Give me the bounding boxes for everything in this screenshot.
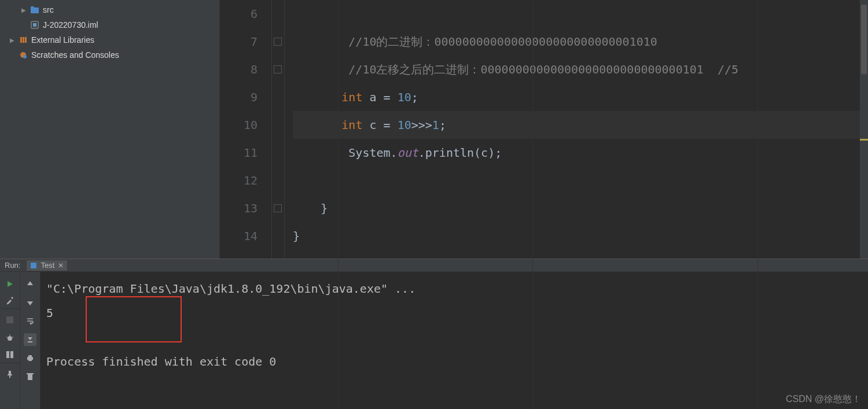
editor-scrollbar[interactable] — [860, 0, 868, 259]
line-number: 13 — [220, 194, 258, 222]
tree-node-src[interactable]: ▶ src — [0, 2, 219, 17]
line-number: 12 — [220, 167, 258, 194]
run-config-tab[interactable]: Test ✕ — [26, 260, 68, 271]
line-number: 11 — [220, 139, 258, 167]
close-icon[interactable]: ✕ — [58, 261, 64, 270]
watermark: CSDN @徐憨憨！ — [786, 393, 861, 406]
line-number: 9 — [220, 83, 258, 111]
code-line[interactable]: int a = 10; — [293, 83, 868, 111]
library-icon — [19, 35, 28, 45]
line-number: 14 — [220, 222, 258, 250]
tree-node-iml[interactable]: J-20220730.iml — [0, 17, 219, 32]
rerun-button[interactable] — [3, 278, 16, 290]
console-output-line: 5 — [46, 301, 862, 325]
layout-button[interactable] — [0, 351, 20, 363]
code-line[interactable] — [293, 0, 868, 28]
print-button[interactable] — [24, 352, 36, 364]
svg-line-15 — [12, 337, 13, 338]
console-exit-line: Process finished with exit code 0 — [46, 349, 862, 374]
svg-marker-18 — [27, 281, 33, 285]
code-editor[interactable]: 67891011121314 //10的二进制：0000000000000000… — [220, 0, 868, 259]
run-tab-label: Test — [41, 261, 54, 270]
console-blank-line — [46, 325, 862, 349]
run-tool-window: Run: Test ✕ — [0, 259, 868, 409]
svg-point-12 — [8, 336, 12, 341]
soft-wrap-button[interactable] — [24, 315, 36, 327]
scratches-icon — [19, 50, 28, 60]
line-number: 6 — [220, 0, 258, 28]
editor-code-area[interactable]: //10的二进制：0000000000000000000000000000101… — [285, 0, 868, 259]
down-arrow-button[interactable] — [24, 296, 36, 309]
code-line[interactable]: //10的二进制：0000000000000000000000000000101… — [293, 28, 868, 56]
svg-rect-17 — [10, 351, 13, 358]
run-left-toolbar — [0, 272, 20, 409]
svg-rect-4 — [20, 37, 22, 43]
editor-fold-column — [272, 0, 285, 259]
wrench-button[interactable] — [0, 296, 20, 309]
chevron-right-icon: ▶ — [9, 37, 15, 43]
tree-node-external-libraries[interactable]: ▶ External Libraries — [0, 32, 219, 47]
code-line[interactable]: int c = 10>>>1; — [293, 111, 868, 139]
chevron-right-icon: ▶ — [21, 7, 27, 13]
svg-rect-9 — [31, 263, 36, 268]
svg-rect-3 — [33, 23, 36, 27]
scrollbar-thumb[interactable] — [861, 5, 867, 74]
module-file-icon — [30, 20, 39, 30]
svg-marker-19 — [27, 301, 33, 305]
run-config-icon — [30, 262, 37, 269]
svg-rect-1 — [31, 6, 34, 9]
svg-marker-10 — [8, 281, 13, 287]
fold-toggle-icon[interactable] — [274, 38, 282, 46]
run-panel-label: Run: — [5, 261, 20, 270]
tree-label: J-20220730.iml — [43, 20, 98, 30]
svg-rect-6 — [25, 37, 27, 43]
line-number: 10 — [220, 111, 258, 139]
up-arrow-button[interactable] — [24, 278, 36, 290]
tree-node-scratches[interactable]: Scratches and Consoles — [0, 47, 219, 62]
editor-gutter: 67891011121314 — [220, 0, 272, 259]
svg-rect-16 — [6, 351, 9, 358]
warning-stripe — [860, 139, 868, 141]
svg-rect-11 — [6, 316, 13, 323]
run-console-toolbar — [20, 272, 41, 409]
code-line[interactable]: } — [293, 194, 868, 222]
console-command-line: "C:\Program Files\Java\jdk1.8.0_192\bin\… — [46, 277, 862, 301]
fold-toggle-icon[interactable] — [274, 204, 282, 212]
svg-point-8 — [23, 55, 27, 58]
svg-rect-5 — [23, 37, 24, 43]
pin-button[interactable] — [3, 368, 16, 381]
tree-label: External Libraries — [31, 35, 94, 45]
debug-button[interactable] — [3, 332, 16, 345]
svg-rect-25 — [28, 374, 32, 380]
scroll-to-end-button[interactable] — [24, 333, 36, 346]
console-output[interactable]: "C:\Program Files\Java\jdk1.8.0_192\bin\… — [41, 272, 868, 409]
clear-button[interactable] — [24, 370, 36, 383]
code-line[interactable]: System.out.println(c); — [293, 139, 868, 167]
line-number: 8 — [220, 56, 258, 83]
code-line[interactable] — [293, 167, 868, 194]
tree-label: src — [43, 5, 54, 14]
svg-line-14 — [6, 337, 8, 338]
svg-marker-20 — [28, 337, 32, 340]
folder-icon — [30, 5, 39, 14]
fold-toggle-icon[interactable] — [274, 65, 282, 73]
tree-label: Scratches and Consoles — [31, 50, 119, 60]
project-tree[interactable]: ▶ src J-20220730.iml ▶ External Librarie… — [0, 0, 220, 259]
code-line[interactable]: } — [293, 222, 868, 250]
code-line[interactable]: //10左移之后的二进制：000000000000000000000000000… — [293, 56, 868, 83]
line-number: 7 — [220, 28, 258, 56]
svg-rect-24 — [28, 359, 32, 361]
svg-rect-21 — [28, 341, 32, 342]
svg-rect-26 — [27, 373, 34, 374]
svg-rect-23 — [28, 355, 32, 357]
stop-button[interactable] — [3, 314, 16, 326]
run-header: Run: Test ✕ — [0, 259, 868, 272]
